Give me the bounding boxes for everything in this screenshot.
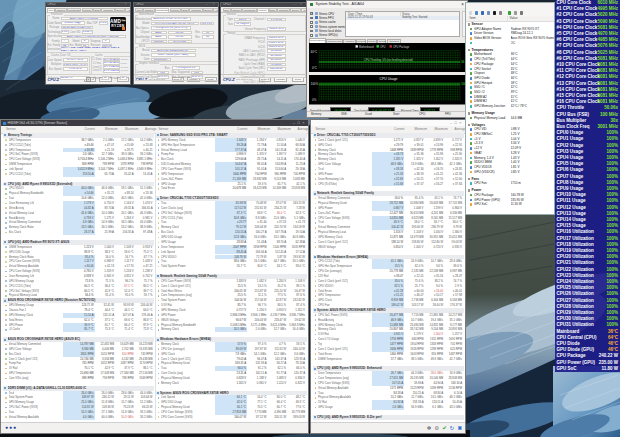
svg-text:CPU: CPU bbox=[380, 44, 386, 48]
svg-text:CPU Package: CPU Package bbox=[393, 44, 410, 48]
svg-text:Motherboard: Motherboard bbox=[359, 44, 374, 48]
svg-text:CPU Throttling: 0% (no throttl: CPU Throttling: 0% (no throttling detect… bbox=[364, 57, 413, 61]
svg-text:0%: 0% bbox=[312, 98, 317, 102]
svg-text:40°C: 40°C bbox=[310, 50, 318, 54]
svg-text:100%: 100% bbox=[310, 82, 318, 86]
svg-text:0°C: 0°C bbox=[312, 66, 318, 70]
svg-text:CPU Usage: CPU Usage bbox=[379, 77, 397, 81]
